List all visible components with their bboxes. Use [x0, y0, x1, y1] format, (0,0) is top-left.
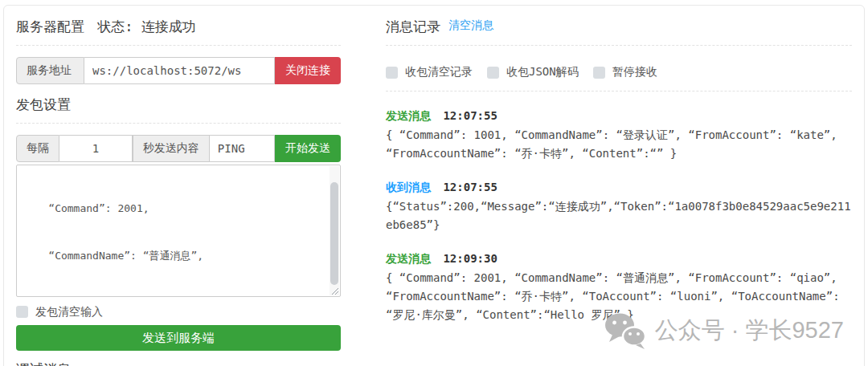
filter-label: 暂停接收: [612, 65, 657, 79]
message-timestamp: 12:07:55: [443, 181, 497, 193]
clear-on-receive-checkbox[interactable]: [386, 67, 398, 79]
editor-line: “FromAccount”: “qiao”,: [23, 295, 322, 297]
interval-content-label: 秒发送内容: [133, 135, 210, 162]
editor-line: “Command”: 2001,: [23, 201, 322, 217]
message-timestamp: 12:07:55: [443, 109, 497, 122]
editor-scrollbar-thumb[interactable]: [330, 182, 338, 285]
message-log-column: 消息记录 清空消息 收包清空记录 收包JSON解码 暂停接收 发送消息: [386, 17, 852, 366]
auto-send-group: 每隔 秒发送内容 开始发送: [16, 135, 341, 162]
server-config-column: 服务器配置 状态: 连接成功 服务地址 关闭连接 发包设置 每隔 秒发送内容 开…: [16, 17, 341, 366]
message-type-badge: 发送消息: [386, 252, 431, 265]
editor-scrollbar[interactable]: [330, 166, 339, 295]
message-body: { “Command”: 1001, “CommandName”: “登录认证”…: [386, 126, 852, 163]
debug-messages-title: 调试消息: [16, 361, 341, 366]
message-log-title: 消息记录: [386, 18, 440, 35]
message-list: 发送消息 12:07:55 { “Command”: 1001, “Comman…: [386, 108, 852, 324]
clear-messages-link[interactable]: 清空消息: [448, 18, 493, 33]
server-address-input[interactable]: [84, 57, 275, 84]
message-log-header: 消息记录 清空消息: [386, 17, 852, 35]
message-type-badge: 发送消息: [386, 109, 431, 122]
receive-filter-row: 收包清空记录 收包JSON解码 暂停接收: [386, 65, 852, 79]
pause-receive-checkbox[interactable]: [593, 67, 605, 79]
divider: [16, 45, 341, 46]
watermark: 公众号 · 学长9527: [604, 312, 844, 349]
filter-clear-on-receive: 收包清空记录: [386, 65, 473, 79]
filter-json-decode: 收包JSON解码: [487, 65, 579, 79]
message-item: 发送消息 12:07:55 { “Command”: 1001, “Comman…: [386, 108, 852, 163]
message-body: {“Status”:200,“Message”:“连接成功”,“Token”:“…: [386, 197, 852, 234]
connection-status-text: 状态: 连接成功: [97, 18, 195, 35]
message-item: 收到消息 12:07:55 {“Status”:200,“Message”:“连…: [386, 180, 852, 234]
interval-input[interactable]: [59, 135, 133, 162]
filter-label: 收包JSON解码: [506, 65, 579, 79]
server-address-group: 服务地址 关闭连接: [16, 57, 341, 84]
clear-after-send-label: 发包清空输入: [35, 305, 103, 318]
main-panel: 服务器配置 状态: 连接成功 服务地址 关闭连接 发包设置 每隔 秒发送内容 开…: [3, 5, 865, 366]
send-settings-title: 发包设置: [16, 96, 341, 112]
message-type-badge: 收到消息: [386, 181, 431, 193]
json-decode-checkbox[interactable]: [487, 67, 499, 79]
wechat-icon: [604, 312, 647, 349]
filter-label: 收包清空记录: [405, 65, 473, 79]
divider: [386, 45, 852, 46]
server-config-title: 服务器配置 状态: 连接成功: [16, 18, 341, 35]
message-editor[interactable]: “Command”: 2001, “CommandName”: “普通消息”, …: [16, 165, 341, 297]
divider: [386, 91, 852, 92]
interval-label: 每隔: [16, 135, 59, 162]
divider: [16, 123, 341, 124]
close-connection-button[interactable]: 关闭连接: [275, 57, 341, 84]
server-config-title-text: 服务器配置: [16, 18, 84, 35]
ping-content-input[interactable]: [210, 135, 275, 162]
start-send-button[interactable]: 开始发送: [275, 135, 341, 162]
clear-after-send-row: 发包清空输入: [16, 305, 341, 318]
watermark-text: 公众号 · 学长9527: [655, 315, 844, 347]
editor-line: “CommandName”: “普通消息”,: [23, 248, 322, 264]
send-to-server-button[interactable]: 发送到服务端: [16, 325, 341, 351]
clear-after-send-checkbox[interactable]: [16, 306, 28, 318]
server-address-label: 服务地址: [16, 57, 84, 84]
filter-pause-receive: 暂停接收: [593, 65, 657, 79]
message-timestamp: 12:09:30: [443, 252, 497, 265]
